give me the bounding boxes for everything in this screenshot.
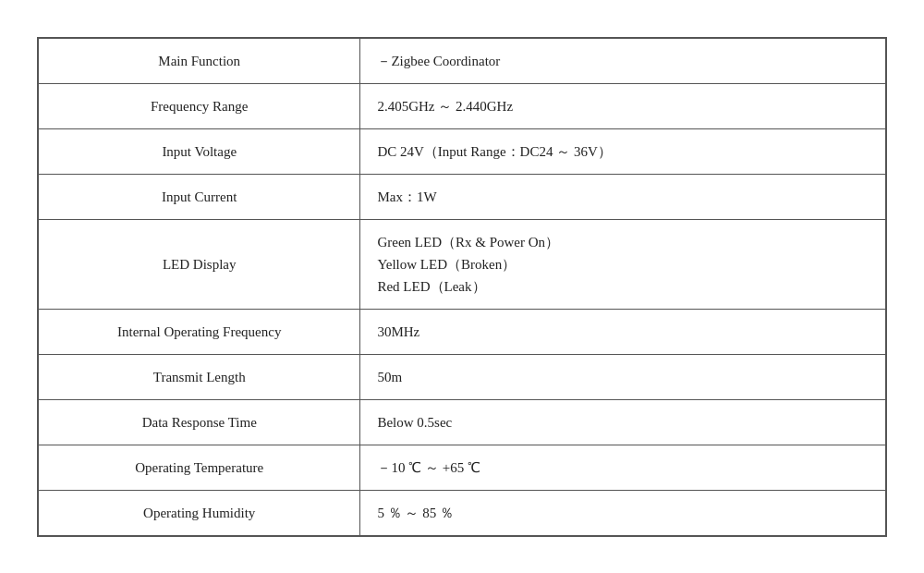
row-value-8: －10 ℃ ～ +65 ℃	[360, 445, 886, 490]
row-value-0: －Zigbee Coordinator	[360, 38, 886, 83]
row-value-9: 5 ％ ～ 85 ％	[360, 490, 886, 535]
row-value-3: Max：1W	[360, 174, 886, 219]
row-label-3: Input Current	[39, 174, 360, 219]
row-label-0: Main Function	[39, 38, 360, 83]
row-label-6: Transmit Length	[39, 354, 360, 399]
row-label-1: Frequency Range	[39, 83, 360, 128]
row-value-6: 50m	[360, 354, 886, 399]
row-value-7: Below 0.5sec	[360, 399, 886, 445]
row-value-5: 30MHz	[360, 309, 886, 354]
row-label-9: Operating Humidity	[39, 490, 360, 535]
row-value-4: Green LED（Rx & Power On）Yellow LED（Broke…	[360, 219, 886, 309]
row-label-5: Internal Operating Frequency	[39, 309, 360, 354]
row-label-2: Input Voltage	[39, 128, 360, 174]
row-value-2: DC 24V（Input Range：DC24 ～ 36V）	[360, 128, 886, 174]
spec-table: Main Function－Zigbee CoordinatorFrequenc…	[37, 37, 887, 537]
row-label-7: Data Response Time	[39, 399, 360, 445]
row-label-4: LED Display	[39, 219, 360, 309]
row-value-1: 2.405GHz ～ 2.440GHz	[360, 83, 886, 128]
row-label-8: Operating Temperature	[39, 445, 360, 490]
